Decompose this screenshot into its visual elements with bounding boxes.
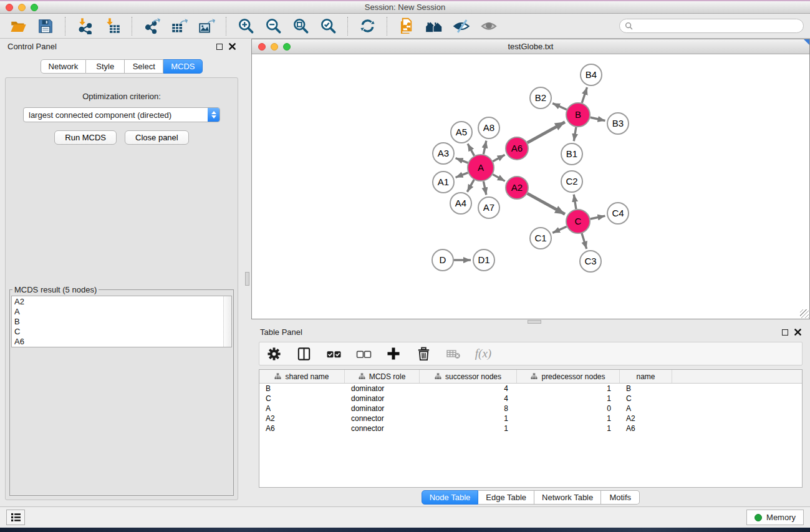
tab-style[interactable]: Style xyxy=(86,59,125,74)
graph-node-C1[interactable]: C1 xyxy=(530,228,551,249)
table-cell[interactable]: dominator xyxy=(345,404,420,414)
tab-select[interactable]: Select xyxy=(125,59,163,74)
export-network-button[interactable] xyxy=(140,16,163,37)
mcds-result-item[interactable]: B xyxy=(14,317,231,327)
column-header-name[interactable]: name xyxy=(620,370,672,383)
delete-table-button[interactable] xyxy=(445,346,461,362)
close-panel-icon[interactable] xyxy=(794,329,801,336)
close-window-button[interactable] xyxy=(6,4,13,11)
table-cell[interactable]: B xyxy=(259,384,345,394)
maximize-corner-icon[interactable] xyxy=(804,39,809,45)
graph-node-C[interactable]: C xyxy=(566,210,590,233)
edge-A-A8[interactable] xyxy=(483,141,486,155)
table-row[interactable]: Bdominator41B xyxy=(259,384,802,394)
network-close-button[interactable] xyxy=(258,43,266,51)
horizontal-splitter[interactable] xyxy=(251,319,810,325)
table-cell[interactable]: dominator xyxy=(345,394,420,404)
export-table-button[interactable] xyxy=(167,16,191,37)
network-window-titlebar[interactable]: testGlobe.txt xyxy=(252,39,809,54)
zoom-out-button[interactable] xyxy=(261,16,285,37)
mcds-result-item[interactable]: A xyxy=(14,307,231,317)
graph-node-C4[interactable]: C4 xyxy=(607,203,629,224)
tab-motifs[interactable]: Motifs xyxy=(601,490,640,505)
table-cell[interactable]: 8 xyxy=(420,404,517,414)
network-minimize-button[interactable] xyxy=(271,43,278,51)
edge-A-A6[interactable] xyxy=(493,155,504,161)
function-builder-button[interactable]: f(x) xyxy=(475,346,491,362)
graph-node-A8[interactable]: A8 xyxy=(478,117,499,138)
run-mcds-button[interactable]: Run MCDS xyxy=(54,130,117,145)
table-cell[interactable]: connector xyxy=(345,414,420,423)
graph-node-D[interactable]: D xyxy=(432,249,453,271)
vertical-splitter[interactable] xyxy=(243,39,251,506)
mcds-result-item[interactable]: C xyxy=(14,327,231,337)
table-row[interactable]: Cdominator41C xyxy=(259,394,802,404)
splitter-handle[interactable] xyxy=(245,272,249,286)
graph-node-A6[interactable]: A6 xyxy=(506,137,528,160)
tab-edge-table[interactable]: Edge Table xyxy=(478,490,534,505)
network-canvas[interactable]: AA6A2BCA5A8A3A1A4A7B4B2B3B1C2C4C1C3DD1 xyxy=(252,54,809,319)
deselect-all-columns-button[interactable] xyxy=(355,346,372,362)
show-graphics-details-button[interactable] xyxy=(477,16,501,37)
graph-node-A7[interactable]: A7 xyxy=(478,197,499,218)
close-panel-button[interactable]: Close panel xyxy=(125,130,189,145)
table-cell[interactable]: 0 xyxy=(517,404,620,414)
table-cell[interactable]: 1 xyxy=(420,414,517,423)
search-field[interactable] xyxy=(619,19,804,33)
edge-A-A3[interactable] xyxy=(456,158,468,163)
graph-node-B2[interactable]: B2 xyxy=(530,87,551,109)
minimize-window-button[interactable] xyxy=(18,4,26,11)
edge-A2-C[interactable] xyxy=(528,193,565,214)
mcds-result-item[interactable]: A6 xyxy=(14,337,231,347)
table-cell[interactable]: 4 xyxy=(420,384,517,394)
edge-A-A4[interactable] xyxy=(467,180,474,192)
tab-network-table[interactable]: Network Table xyxy=(534,490,601,505)
table-cell[interactable]: C xyxy=(259,394,345,404)
table-cell[interactable]: A2 xyxy=(620,414,672,423)
float-panel-button[interactable] xyxy=(216,44,223,50)
table-cell[interactable]: connector xyxy=(345,423,420,433)
graph-node-A2[interactable]: A2 xyxy=(506,177,528,199)
edge-B-B2[interactable] xyxy=(552,104,567,110)
table-cell[interactable]: 1 xyxy=(517,384,620,394)
graph-node-A4[interactable]: A4 xyxy=(450,193,471,214)
graph-node-A3[interactable]: A3 xyxy=(433,143,454,164)
edge-B-B1[interactable] xyxy=(574,127,576,142)
table-cell[interactable]: 1 xyxy=(420,423,517,433)
search-input[interactable] xyxy=(636,22,798,31)
column-header-MCDS-role[interactable]: MCDS role xyxy=(345,370,420,383)
graph-node-A5[interactable]: A5 xyxy=(451,122,472,143)
table-row[interactable]: A2connector11A2 xyxy=(259,414,802,423)
network-maximize-button[interactable] xyxy=(283,43,291,51)
tab-network[interactable]: Network xyxy=(41,59,87,74)
table-cell[interactable]: 1 xyxy=(517,394,620,404)
edge-C-C1[interactable] xyxy=(552,226,567,233)
edge-C-C4[interactable] xyxy=(591,216,605,219)
graph-node-A1[interactable]: A1 xyxy=(433,172,454,193)
mcds-result-list[interactable]: A2ABCA6 xyxy=(11,296,232,347)
table-cell[interactable]: A2 xyxy=(259,414,345,423)
tab-node-table[interactable]: Node Table xyxy=(422,490,479,505)
table-row[interactable]: Adominator80A xyxy=(259,404,802,414)
table-cell[interactable]: dominator xyxy=(345,384,420,394)
select-all-columns-button[interactable] xyxy=(325,346,342,362)
edge-B-B4[interactable] xyxy=(582,87,587,103)
window-resize-grip[interactable] xyxy=(800,309,809,318)
table-row[interactable]: A6connector11A6 xyxy=(259,423,802,433)
criterion-dropdown[interactable]: largest connected component (directed) xyxy=(23,107,220,122)
column-header-successor-nodes[interactable]: successor nodes xyxy=(420,370,517,383)
table-cell[interactable]: C xyxy=(620,394,672,404)
add-column-button[interactable] xyxy=(385,346,402,362)
import-network-button[interactable] xyxy=(73,16,97,37)
table-cell[interactable]: 1 xyxy=(517,423,620,433)
graph-node-C3[interactable]: C3 xyxy=(580,251,601,272)
edge-C-C3[interactable] xyxy=(582,233,587,249)
tab-mcds[interactable]: MCDS xyxy=(163,59,203,74)
mcds-result-item[interactable]: A2 xyxy=(14,297,231,307)
fullscreen-window-button[interactable] xyxy=(31,4,38,11)
list-scrollbar[interactable] xyxy=(223,296,231,347)
column-selector-button[interactable] xyxy=(296,346,312,362)
save-session-button[interactable] xyxy=(34,16,57,37)
table-cell[interactable]: 4 xyxy=(420,394,517,404)
edge-C-C2[interactable] xyxy=(574,195,576,209)
